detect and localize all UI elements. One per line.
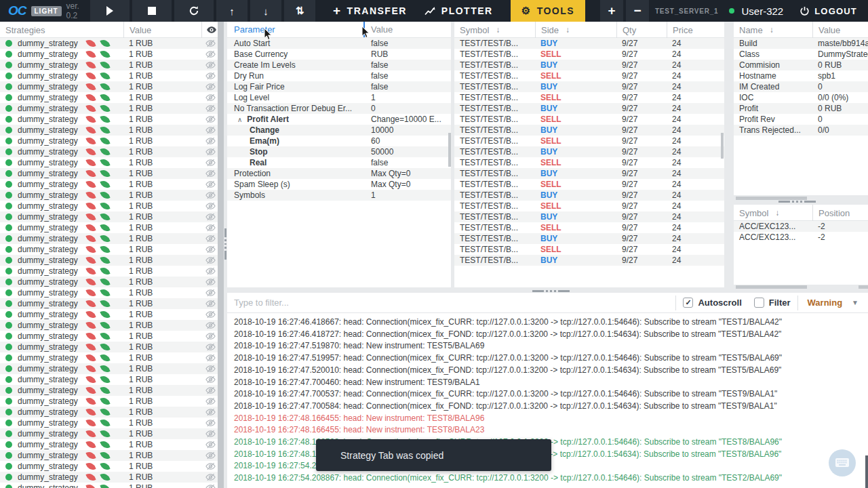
strategy-row[interactable]: dummy_strategy1 RUB	[0, 255, 218, 266]
order-row[interactable]: TEST/TEST/B...BUY9/2724	[454, 60, 724, 70]
strategy-row[interactable]: dummy_strategy1 RUB	[0, 385, 218, 396]
strategy-row[interactable]: dummy_strategy1 RUB	[0, 407, 218, 418]
order-row[interactable]: TEST/TEST/B...SELL9/2724	[454, 70, 724, 81]
strategy-row[interactable]: dummy_strategy1 RUB	[0, 439, 218, 450]
strategy-row[interactable]: dummy_strategy1 RUB	[0, 49, 218, 60]
visibility-toggle[interactable]	[201, 83, 218, 91]
visibility-toggle[interactable]	[201, 224, 218, 232]
tools-button[interactable]: ⚙ TOOLS	[511, 0, 585, 22]
column-value[interactable]: Value	[364, 24, 451, 35]
order-row[interactable]: TEST/TEST/B...SELL9/2724	[454, 49, 724, 60]
strategy-row[interactable]: dummy_strategy1 RUB	[0, 331, 218, 342]
visibility-toggle[interactable]	[201, 321, 218, 329]
order-row[interactable]: TEST/TEST/B...SELL9/2724	[454, 136, 724, 146]
strategy-row[interactable]: dummy_strategy1 RUB	[0, 60, 218, 70]
strategy-row[interactable]: dummy_strategy1 RUB	[0, 38, 218, 49]
info-row[interactable]: Commision0 RUB	[734, 60, 868, 70]
info-row[interactable]: Trans Rejected...0/0	[734, 125, 868, 136]
strategy-row[interactable]: dummy_strategy1 RUB	[0, 211, 218, 222]
strategy-row[interactable]: dummy_strategy1 RUB	[0, 201, 218, 211]
info-row[interactable]: Hostnamespb1	[734, 70, 868, 81]
strategy-row[interactable]: dummy_strategy1 RUB	[0, 277, 218, 287]
strategy-row[interactable]: dummy_strategy1 RUB	[0, 342, 218, 352]
column-price[interactable]: Price	[667, 22, 724, 38]
visibility-toggle[interactable]	[201, 462, 218, 470]
parameter-row[interactable]: Realfalse	[227, 157, 451, 168]
visibility-toggle[interactable]	[201, 441, 218, 449]
order-row[interactable]: TEST/TEST/B...BUY9/2724	[454, 255, 724, 266]
orders-scrollbar[interactable]	[721, 133, 724, 159]
strategy-row[interactable]: dummy_strategy1 RUB	[0, 320, 218, 331]
visibility-toggle[interactable]	[201, 72, 218, 80]
strategy-row[interactable]: dummy_strategy1 RUB	[0, 190, 218, 201]
parameters-scrollbar[interactable]	[448, 133, 451, 167]
strategy-row[interactable]: dummy_strategy1 RUB	[0, 136, 218, 146]
visibility-toggle[interactable]	[201, 365, 218, 373]
order-row[interactable]: TEST/TEST/B...BUY9/2724	[454, 190, 724, 201]
info-row[interactable]: IOC0/0 (0%)	[734, 92, 868, 103]
column-value[interactable]: Value	[812, 22, 868, 38]
column-parameter[interactable]: Parameter	[227, 24, 364, 35]
info-row[interactable]: ClassDummyStrateg	[734, 49, 868, 60]
parameter-row[interactable]: No Transaction Error Debug Er...0	[227, 103, 451, 114]
strategy-row[interactable]: dummy_strategy1 RUB	[0, 168, 218, 179]
visibility-toggle[interactable]	[201, 289, 218, 297]
parameter-row[interactable]: Change10000	[227, 125, 451, 136]
visibility-toggle[interactable]	[201, 39, 218, 47]
strategy-row[interactable]: dummy_strategy1 RUB	[0, 483, 218, 488]
parameter-row[interactable]: Create Im Levelsfalse	[227, 60, 451, 70]
visibility-toggle[interactable]	[201, 191, 218, 199]
positions-hscrollbar-end[interactable]	[859, 285, 868, 289]
visibility-toggle[interactable]	[201, 245, 218, 253]
visibility-toggle[interactable]	[201, 332, 218, 340]
strategy-row[interactable]: dummy_strategy1 RUB	[0, 396, 218, 407]
log-splitter-handle[interactable]	[532, 289, 570, 292]
start-button[interactable]	[90, 0, 130, 22]
visibility-toggle[interactable]	[201, 94, 218, 102]
strategy-row[interactable]: dummy_strategy1 RUB	[0, 374, 218, 385]
visibility-toggle[interactable]	[201, 213, 218, 221]
order-row[interactable]: TEST/TEST/B...BUY9/2724	[454, 211, 724, 222]
position-row[interactable]: ACC/EXC123...-2	[734, 232, 868, 243]
strategy-row[interactable]: dummy_strategy1 RUB	[0, 179, 218, 190]
parameter-row[interactable]: ProtectionMax Qty=0	[227, 168, 451, 179]
visibility-toggle[interactable]	[201, 310, 218, 319]
strategy-row[interactable]: dummy_strategy1 RUB	[0, 298, 218, 309]
column-symbol[interactable]: Symbol↓	[734, 208, 812, 218]
order-row[interactable]: TEST/TEST/B...SELL9/2724	[454, 157, 724, 168]
strategy-row[interactable]: dummy_strategy1 RUB	[0, 461, 218, 472]
visibility-toggle[interactable]	[201, 354, 218, 362]
collapse-chevron-icon[interactable]: ∧	[237, 116, 242, 123]
keyboard-fab-button[interactable]	[829, 449, 856, 476]
positions-hscrollbar[interactable]	[736, 285, 807, 289]
visibility-toggle[interactable]	[201, 300, 218, 308]
visibility-toggle[interactable]	[201, 126, 218, 134]
parameter-row[interactable]: Dry Runfalse	[227, 70, 451, 81]
info-row[interactable]: Profit0 RUB	[734, 103, 868, 114]
refresh-button[interactable]	[174, 0, 214, 22]
column-qty[interactable]: Qty	[616, 22, 667, 38]
strategy-row[interactable]: dummy_strategy1 RUB	[0, 125, 218, 136]
column-symbol[interactable]: Symbol↓	[454, 25, 535, 35]
strategy-row[interactable]: dummy_strategy1 RUB	[0, 266, 218, 277]
filter-checkbox[interactable]: Filter	[754, 298, 791, 308]
visibility-toggle[interactable]	[201, 148, 218, 156]
transfer-button[interactable]: + TRANSFER	[333, 3, 407, 18]
parameter-row[interactable]: ∧Profit AlertChange=10000 E...	[227, 114, 451, 125]
log-level-dropdown[interactable]: Warning ▼	[808, 298, 859, 308]
strategy-row[interactable]: dummy_strategy1 RUB	[0, 428, 218, 439]
info-row[interactable]: IM Created0	[734, 81, 868, 92]
visibility-toggle[interactable]	[201, 408, 218, 416]
strategy-row[interactable]: dummy_strategy1 RUB	[0, 418, 218, 428]
logout-button[interactable]: LOGOUT	[800, 6, 857, 16]
column-name[interactable]: Name↓	[734, 25, 812, 35]
visibility-toggle[interactable]	[201, 419, 218, 427]
strategy-row[interactable]: dummy_strategy1 RUB	[0, 81, 218, 92]
add-tab-button[interactable]: +	[600, 0, 623, 22]
order-row[interactable]: TEST/TEST/B...SELL9/2724	[454, 244, 724, 255]
visibility-toggle[interactable]	[201, 473, 218, 481]
autoscroll-checkbox[interactable]: Autoscroll	[683, 298, 741, 308]
visibility-toggle[interactable]	[201, 104, 218, 113]
strategy-row[interactable]: dummy_strategy1 RUB	[0, 309, 218, 320]
column-visibility[interactable]	[201, 22, 218, 38]
